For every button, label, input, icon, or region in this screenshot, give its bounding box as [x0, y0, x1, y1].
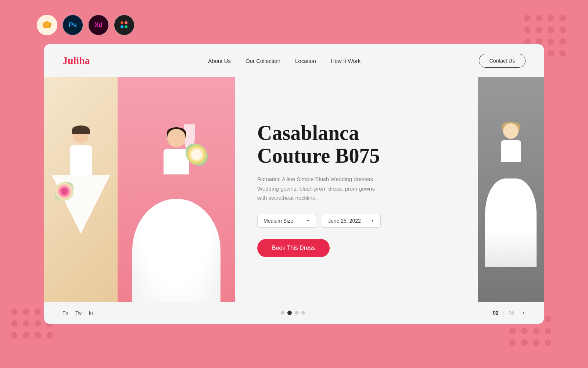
social-facebook[interactable]: Fb: [62, 310, 68, 316]
social-twitter[interactable]: Tw: [75, 310, 82, 316]
page-total: 05: [509, 310, 514, 316]
contact-button[interactable]: Contact Us: [479, 54, 526, 68]
date-selector[interactable]: June 25, 2022 ▼: [322, 214, 381, 228]
bride-right-body: [501, 140, 521, 162]
social-instagram[interactable]: In: [89, 310, 93, 316]
bride-left-hair: [72, 125, 90, 134]
right-image-panel: [478, 77, 544, 302]
bride-right-figure: [481, 112, 540, 267]
bride-left-flowers: [55, 182, 74, 201]
nav-how-it-work[interactable]: How It Work: [331, 58, 361, 64]
bride-right-skirt: [485, 178, 537, 267]
dress-info-panel: Casablanca Couture B075 Romantic A line …: [235, 77, 478, 302]
pagination-dots: [281, 311, 305, 315]
left-image-panel: [44, 77, 118, 302]
nav: About Us Our Collection Location How It …: [208, 58, 361, 64]
photoshop-icon[interactable]: Ps: [62, 15, 83, 35]
logo-accent: J: [62, 55, 68, 66]
bride-center-figure: [125, 118, 228, 302]
bride-right-head: [503, 123, 519, 139]
logo-text: uliha: [68, 55, 90, 66]
logo[interactable]: Juliha: [62, 55, 90, 67]
page-counter: 02 / 05 →: [493, 309, 526, 317]
size-selector-label: Medium Size: [263, 218, 293, 224]
content-area: Casablanca Couture B075 Romantic A line …: [44, 77, 544, 302]
next-page-arrow[interactable]: →: [519, 309, 526, 317]
left-image-background: [44, 77, 118, 302]
selectors-row: Medium Size ▼ June 25, 2022 ▼: [257, 214, 459, 228]
dot-2[interactable]: [287, 311, 292, 315]
page-current: 02: [493, 310, 499, 316]
header: Juliha About Us Our Collection Location …: [44, 44, 544, 77]
tool-icons-bar: Ps Xd: [37, 15, 135, 35]
main-card: Juliha About Us Our Collection Location …: [44, 44, 544, 324]
center-featured-image: [118, 77, 235, 302]
dot-4[interactable]: [301, 311, 305, 315]
bride-center-skirt: [132, 199, 220, 302]
dress-title: Casablanca Couture B075: [257, 122, 459, 167]
dress-description: Romantic A line Simple Blush Wedding dre…: [257, 174, 375, 203]
page-separator: /: [503, 310, 505, 316]
nav-collection[interactable]: Our Collection: [245, 58, 280, 64]
bride-left-body: [70, 145, 92, 175]
card-footer: Fb Tw In 02 / 05 →: [44, 302, 544, 324]
dot-1[interactable]: [281, 311, 284, 315]
dress-title-line1: Casablanca: [257, 122, 459, 145]
figma-icon[interactable]: [114, 15, 135, 35]
dress-title-line2: Couture B075: [257, 145, 459, 167]
right-image-background: [478, 77, 544, 302]
social-links: Fb Tw In: [62, 310, 93, 316]
adobe-xd-icon[interactable]: Xd: [88, 15, 109, 35]
bride-left-figure: [51, 120, 110, 259]
size-selector-arrow: ▼: [306, 219, 310, 223]
center-image-background: [118, 77, 235, 302]
date-selector-label: June 25, 2022: [328, 218, 361, 224]
size-selector[interactable]: Medium Size ▼: [257, 214, 316, 228]
nav-location[interactable]: Location: [295, 58, 316, 64]
nav-about[interactable]: About Us: [208, 58, 231, 64]
sketch-icon[interactable]: [37, 15, 57, 35]
book-button[interactable]: Book This Dress: [257, 239, 330, 257]
dot-3[interactable]: [295, 311, 298, 315]
date-selector-arrow: ▼: [371, 219, 374, 223]
bride-center-head: [167, 129, 186, 147]
